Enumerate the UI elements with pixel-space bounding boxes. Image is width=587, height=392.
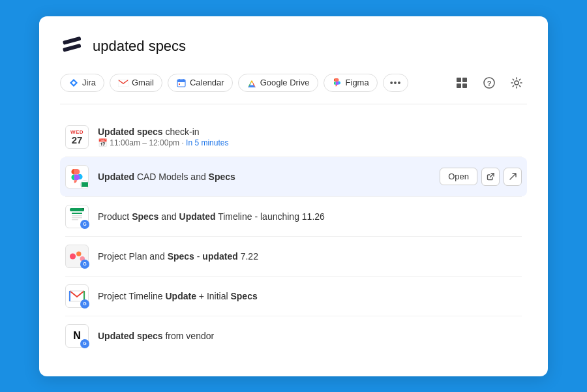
svg-rect-10 bbox=[462, 78, 467, 82]
filter-figma[interactable]: Figma bbox=[324, 74, 378, 92]
aha-gdrive-badge: G bbox=[80, 260, 89, 269]
title-part: Project Plan and bbox=[98, 251, 168, 262]
svg-point-24 bbox=[70, 253, 76, 259]
title-part: Product bbox=[98, 211, 132, 222]
figma-badge bbox=[80, 180, 89, 189]
title-part: from vendor bbox=[163, 331, 215, 341]
export-button[interactable] bbox=[504, 168, 522, 186]
result-title-1: Updated specs check-in bbox=[98, 127, 522, 137]
svg-rect-22 bbox=[72, 219, 78, 220]
result-text-4: Project Plan and Specs - updated 7.22 bbox=[98, 251, 522, 262]
settings-button[interactable] bbox=[506, 72, 527, 93]
svg-rect-17 bbox=[82, 182, 88, 187]
svg-rect-7 bbox=[179, 83, 180, 85]
filter-jira-label: Jira bbox=[82, 78, 96, 87]
title-part: Updated specs bbox=[98, 331, 163, 341]
svg-rect-21 bbox=[72, 217, 82, 219]
result-text-5: Project Timeline Update + Initial Specs bbox=[98, 291, 522, 301]
svg-rect-9 bbox=[457, 78, 461, 82]
filter-gdrive[interactable]: Google Drive bbox=[238, 74, 318, 92]
title-part: check-in bbox=[163, 127, 200, 137]
result-item-4[interactable]: G Project Plan and Specs - updated 7.22 bbox=[60, 237, 527, 276]
app-logo bbox=[60, 35, 83, 58]
svg-rect-12 bbox=[462, 83, 467, 88]
sheets-gdrive-badge: G bbox=[80, 220, 89, 229]
result-icon-gmail2: G bbox=[65, 284, 89, 308]
filter-gmail-label: Gmail bbox=[132, 78, 154, 87]
event-time: 📅 11:00am – 12:00pm · In 5 minutes bbox=[98, 138, 522, 147]
title-part: Specs bbox=[132, 211, 158, 222]
result-text-6: Updated specs from vendor bbox=[98, 331, 522, 341]
result-icon-aha: G bbox=[65, 245, 89, 268]
result-icon-notion: N G bbox=[65, 324, 89, 348]
result-text-2: Updated CAD Models and Specs bbox=[98, 172, 430, 182]
title-part: Specs bbox=[168, 251, 194, 262]
title-part: CAD Models and bbox=[134, 172, 209, 182]
more-filters-button[interactable]: ••• bbox=[383, 74, 409, 92]
result-icon-figma bbox=[65, 165, 89, 188]
title-part: + Initial bbox=[196, 291, 231, 301]
svg-rect-2 bbox=[118, 79, 128, 87]
svg-rect-23 bbox=[70, 208, 84, 211]
toolbar-icons: ? bbox=[451, 72, 527, 93]
svg-text:?: ? bbox=[487, 79, 492, 87]
gmail-icon bbox=[118, 78, 128, 88]
svg-rect-11 bbox=[457, 83, 461, 88]
filter-calendar-label: Calendar bbox=[190, 78, 224, 87]
open-button[interactable]: Open bbox=[440, 168, 477, 185]
svg-point-25 bbox=[76, 251, 81, 256]
svg-rect-0 bbox=[63, 36, 82, 44]
result-item-2[interactable]: Updated CAD Models and Specs Open bbox=[60, 157, 527, 196]
notion-letter: N bbox=[73, 330, 81, 342]
help-button[interactable]: ? bbox=[479, 72, 500, 93]
main-card: updated specs Jira Gmail bbox=[39, 16, 548, 376]
result-text-1: Updated specs check-in 📅 11:00am – 12:00… bbox=[98, 127, 522, 147]
title-part: Project Timeline bbox=[98, 291, 165, 301]
event-in-time: In 5 minutes bbox=[186, 138, 228, 147]
grid-view-button[interactable] bbox=[451, 72, 472, 93]
result-text-3: Product Specs and Updated Timeline - lau… bbox=[98, 211, 522, 222]
gdrive-icon bbox=[247, 78, 257, 88]
filter-figma-label: Figma bbox=[346, 78, 369, 87]
search-input[interactable]: updated specs bbox=[93, 38, 527, 55]
svg-rect-20 bbox=[72, 215, 82, 217]
result-icon-sheets: G bbox=[65, 205, 89, 228]
title-part: - bbox=[194, 251, 202, 262]
result-icon-calendar: WED 27 bbox=[65, 125, 89, 149]
title-part: Update bbox=[165, 291, 196, 301]
filter-jira[interactable]: Jira bbox=[60, 74, 104, 92]
svg-rect-19 bbox=[72, 213, 82, 214]
link-button[interactable] bbox=[481, 168, 500, 186]
cal-date: 27 bbox=[72, 135, 83, 145]
result-item-3[interactable]: G Product Specs and Updated Timeline - l… bbox=[60, 197, 527, 236]
title-part: Updated bbox=[98, 172, 134, 182]
event-time-range: 📅 11:00am – 12:00pm · bbox=[98, 138, 186, 147]
figma-icon bbox=[332, 78, 342, 88]
jira-icon bbox=[68, 78, 79, 88]
gmail-gdrive-badge: G bbox=[80, 299, 89, 309]
filter-calendar[interactable]: Calendar bbox=[168, 74, 233, 92]
title-part: and bbox=[158, 211, 179, 222]
header: updated specs bbox=[60, 35, 527, 58]
title-part: Updated specs bbox=[98, 127, 163, 137]
svg-rect-4 bbox=[177, 80, 185, 82]
title-part: Timeline - launching 11.26 bbox=[216, 211, 325, 222]
svg-rect-1 bbox=[63, 43, 82, 52]
notion-gdrive-badge: G bbox=[80, 339, 89, 348]
calendar-icon bbox=[176, 78, 187, 88]
result-item-5[interactable]: G Project Timeline Update + Initial Spec… bbox=[60, 277, 527, 316]
title-part: Specs bbox=[209, 172, 235, 182]
title-part: updated bbox=[202, 251, 237, 262]
filter-gmail[interactable]: Gmail bbox=[110, 74, 162, 92]
result-item-6[interactable]: N G Updated specs from vendor bbox=[60, 316, 527, 355]
result-item-1[interactable]: WED 27 Updated specs check-in 📅 11:00am … bbox=[60, 117, 527, 157]
filter-gdrive-label: Google Drive bbox=[260, 78, 310, 87]
title-part: Specs bbox=[230, 291, 257, 301]
title-part: Updated bbox=[179, 211, 216, 222]
title-part: 7.22 bbox=[238, 251, 258, 262]
results-list: WED 27 Updated specs check-in 📅 11:00am … bbox=[60, 117, 527, 355]
result-actions-2: Open bbox=[440, 168, 522, 186]
filter-bar: Jira Gmail Calendar bbox=[60, 72, 527, 104]
svg-point-15 bbox=[515, 81, 519, 85]
